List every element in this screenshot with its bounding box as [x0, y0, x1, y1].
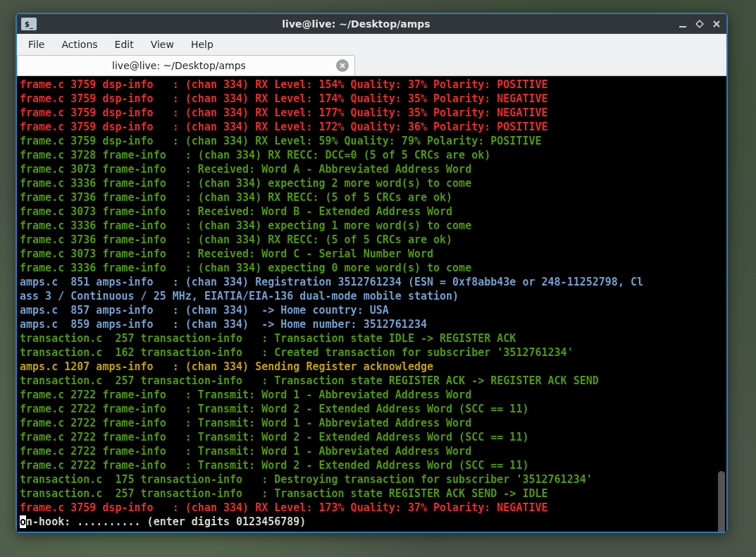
terminal-line: frame.c 2722 frame-info : Transmit: Word… [20, 417, 471, 429]
terminal-line: frame.c 3759 dsp-info : (chan 334) RX Le… [20, 106, 548, 119]
terminal-line: frame.c 2722 frame-info : Transmit: Word… [20, 459, 528, 472]
menu-edit[interactable]: Edit [106, 36, 142, 53]
terminal-line: frame.c 2722 frame-info : Transmit: Word… [20, 445, 471, 458]
terminal-line: transaction.c 257 transaction-info : Tra… [20, 374, 599, 387]
menu-actions[interactable]: Actions [53, 36, 106, 53]
minimize-button[interactable] [676, 17, 690, 31]
scrollbar-thumb[interactable] [718, 471, 725, 532]
terminal-prompt-line[interactable]: on-hook: .......... (enter digits 012345… [20, 515, 306, 528]
menu-help[interactable]: Help [182, 36, 222, 53]
terminal-line: amps.c 1207 amps-info : (chan 334) Sendi… [20, 360, 433, 373]
window-title: live@live: ~/Desktop/amps [37, 18, 676, 30]
maximize-button[interactable] [693, 17, 707, 31]
terminal-line: frame.c 3759 dsp-info : (chan 334) RX Le… [20, 78, 548, 91]
terminal-line: frame.c 3073 frame-info : Received: Word… [20, 163, 471, 176]
terminal-line: transaction.c 257 transaction-info : Tra… [20, 332, 516, 345]
terminal-line: frame.c 3759 dsp-info : (chan 334) RX Le… [20, 501, 548, 514]
terminal-window: $_ live@live: ~/Desktop/amps File Action… [16, 13, 728, 533]
terminal-line: frame.c 3073 frame-info : Received: Word… [20, 247, 433, 260]
terminal-line: amps.c 851 amps-info : (chan 334) Regist… [20, 276, 643, 288]
terminal-prompt-rest: n-hook: .......... (enter digits 0123456… [26, 515, 306, 528]
terminal-line: frame.c 2722 frame-info : Transmit: Word… [20, 403, 528, 415]
terminal-app-icon: $_ [21, 18, 37, 30]
terminal-line: frame.c 3736 frame-info : (chan 334) RX … [20, 233, 452, 246]
terminal-line: transaction.c 175 transaction-info : Des… [20, 473, 593, 486]
tab-active[interactable]: live@live: ~/Desktop/amps [17, 55, 355, 75]
terminal-line: frame.c 3759 dsp-info : (chan 334) RX Le… [20, 121, 548, 133]
terminal-line: frame.c 3759 dsp-info : (chan 334) RX Le… [20, 92, 548, 105]
terminal-line: frame.c 3336 frame-info : (chan 334) exp… [20, 262, 471, 274]
menu-view[interactable]: View [142, 36, 182, 53]
terminal-line: frame.c 2722 frame-info : Transmit: Word… [20, 388, 471, 401]
terminal-line: transaction.c 162 transaction-info : Cre… [20, 346, 574, 359]
terminal-output: frame.c 3759 dsp-info : (chan 334) RX Le… [20, 78, 724, 529]
terminal-line: amps.c 859 amps-info : (chan 334) -> Hom… [20, 318, 427, 331]
terminal-line: frame.c 3073 frame-info : Received: Word… [20, 205, 452, 218]
menubar: File Actions Edit View Help [17, 34, 726, 55]
tabbar: live@live: ~/Desktop/amps [17, 55, 726, 76]
terminal-cursor: o [20, 515, 26, 528]
terminal-line: ass 3 / Continuous / 25 MHz, EIATIA/EIA-… [20, 290, 459, 302]
terminal-viewport[interactable]: frame.c 3759 dsp-info : (chan 334) RX Le… [17, 76, 726, 532]
terminal-line: frame.c 3759 dsp-info : (chan 334) RX Le… [20, 135, 542, 147]
terminal-line: frame.c 2722 frame-info : Transmit: Word… [20, 431, 528, 443]
terminal-line: frame.c 3728 frame-info : (chan 334) RX … [20, 149, 490, 161]
close-button[interactable] [709, 17, 724, 31]
terminal-line: amps.c 857 amps-info : (chan 334) -> Hom… [20, 304, 389, 317]
terminal-line: transaction.c 257 transaction-info : Tra… [20, 487, 548, 500]
tab-close-icon[interactable] [336, 59, 349, 72]
tab-title: live@live: ~/Desktop/amps [29, 60, 329, 71]
terminal-line: frame.c 3736 frame-info : (chan 334) RX … [20, 191, 452, 204]
menu-file[interactable]: File [20, 36, 53, 53]
titlebar[interactable]: $_ live@live: ~/Desktop/amps [17, 14, 726, 34]
terminal-line: frame.c 3336 frame-info : (chan 334) exp… [20, 177, 471, 190]
terminal-line: frame.c 3336 frame-info : (chan 334) exp… [20, 219, 471, 232]
